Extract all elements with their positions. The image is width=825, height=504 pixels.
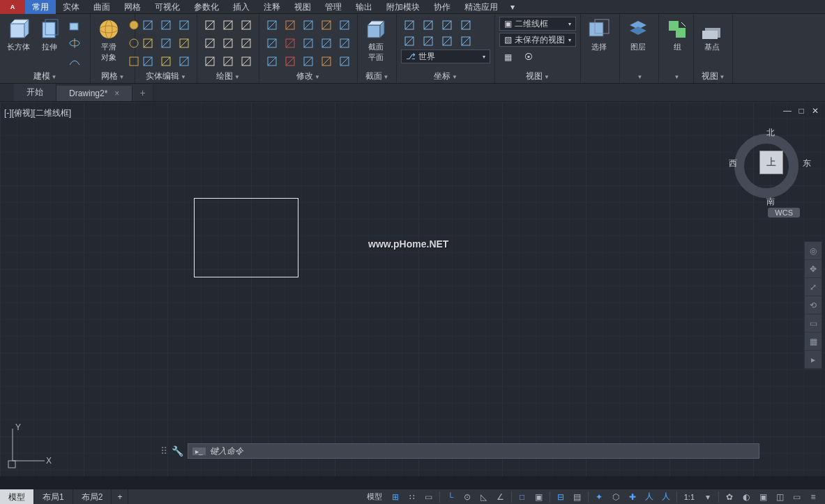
saved-view-select[interactable]: ▧未保存的视图▾ bbox=[499, 33, 576, 47]
filter-toggle-icon[interactable]: 人 bbox=[658, 490, 674, 504]
menu-3[interactable]: 网格 bbox=[117, 0, 148, 14]
visual-style-select[interactable]: ▣二维线框▾ bbox=[499, 17, 576, 31]
modify-tool-3[interactable] bbox=[318, 17, 335, 33]
modify-tool-7[interactable] bbox=[300, 35, 317, 52]
solidedit-tool-4[interactable] bbox=[158, 35, 174, 52]
base-button[interactable]: 基点 bbox=[698, 17, 726, 70]
iso-view-icon[interactable]: ◫ bbox=[772, 490, 787, 504]
layout2-tab[interactable]: 布局2 bbox=[73, 489, 112, 505]
pan-icon[interactable]: ✥ bbox=[805, 260, 822, 278]
solidedit-tool-2[interactable] bbox=[176, 17, 192, 33]
close-icon[interactable]: × bbox=[114, 89, 119, 98]
box-button[interactable]: 长方体 bbox=[4, 17, 33, 70]
menu-5[interactable]: 参数化 bbox=[187, 0, 226, 14]
minimize-icon[interactable]: — bbox=[782, 106, 793, 116]
draw-tool-7[interactable] bbox=[220, 53, 236, 70]
panel-title-solidedit[interactable]: 实体编辑▼ bbox=[139, 70, 192, 83]
menu-7[interactable]: 注释 bbox=[257, 0, 287, 14]
drawn-rectangle[interactable] bbox=[194, 198, 298, 277]
panel-title-draw[interactable]: 绘图▼ bbox=[202, 70, 255, 83]
draw-tool-3[interactable] bbox=[202, 35, 218, 52]
solidedit-tool-3[interactable] bbox=[139, 35, 156, 52]
panel-title-layer[interactable]: ▼ bbox=[624, 70, 654, 83]
maximize-icon[interactable]: □ bbox=[796, 106, 807, 116]
lwt-icon[interactable]: ⊟ bbox=[553, 490, 568, 504]
revolve-icon[interactable] bbox=[66, 35, 83, 52]
iso-icon[interactable]: ◺ bbox=[476, 490, 492, 504]
full-nav-wheel-icon[interactable]: ◎ bbox=[805, 242, 822, 260]
modify-tool-5[interactable] bbox=[264, 35, 280, 52]
coord-tool-1[interactable] bbox=[420, 17, 437, 33]
qc-icon[interactable]: 人 bbox=[642, 490, 657, 504]
tab-start[interactable]: 开始 bbox=[14, 84, 56, 101]
draw-tool-6[interactable] bbox=[202, 53, 218, 70]
tab-drawing[interactable]: Drawing2*× bbox=[56, 86, 133, 101]
view-label[interactable]: [-][俯视][二维线框] bbox=[4, 107, 71, 119]
snap-toggle-icon[interactable]: ∷ bbox=[404, 490, 420, 504]
orbit-icon[interactable]: ⟲ bbox=[805, 296, 822, 314]
modify-tool-1[interactable] bbox=[282, 17, 298, 33]
ws-icon[interactable]: ◐ bbox=[739, 490, 754, 504]
menu-0[interactable]: 常用 bbox=[25, 0, 56, 14]
modify-tool-11[interactable] bbox=[282, 53, 298, 70]
menu-6[interactable]: 插入 bbox=[226, 0, 257, 14]
cmd-handle-icon[interactable]: ⠿ bbox=[160, 445, 167, 457]
layer-button[interactable]: 图层 bbox=[624, 17, 652, 70]
panel-title-coord[interactable]: 坐标▼ bbox=[401, 70, 490, 83]
showmotion-icon[interactable]: ▭ bbox=[805, 314, 822, 333]
customize-icon[interactable]: ≡ bbox=[805, 490, 821, 504]
menu-1[interactable]: 实体 bbox=[56, 0, 86, 14]
annoscale-icon[interactable]: ✿ bbox=[722, 490, 737, 504]
canvas[interactable]: [-][俯视][二维线框] — □ ✕ www.pHome.NET 上 北 南 … bbox=[0, 102, 825, 476]
solidedit-tool-7[interactable] bbox=[158, 53, 174, 70]
coord-tool-5[interactable] bbox=[420, 33, 437, 49]
panel-title-modeling[interactable]: 建模▼ bbox=[4, 70, 86, 83]
viewcube-top[interactable]: 上 bbox=[759, 151, 783, 174]
menu-13[interactable]: 精选应用 bbox=[457, 0, 505, 14]
3dosnap-icon[interactable]: ▣ bbox=[531, 490, 547, 504]
coord-tool-3[interactable] bbox=[457, 17, 474, 33]
dyn-icon[interactable]: ✚ bbox=[625, 490, 640, 504]
menu-11[interactable]: 附加模块 bbox=[379, 0, 427, 14]
modify-tool-14[interactable] bbox=[336, 53, 353, 70]
modify-tool-6[interactable] bbox=[282, 35, 298, 52]
view-tool2-icon[interactable]: ⦿ bbox=[520, 49, 537, 66]
modify-tool-8[interactable] bbox=[318, 35, 335, 52]
menu-12[interactable]: 协作 bbox=[427, 0, 457, 14]
coord-tool-4[interactable] bbox=[401, 33, 418, 49]
grid-toggle-icon[interactable]: ⊞ bbox=[388, 490, 403, 504]
menu-9[interactable]: 管理 bbox=[318, 0, 349, 14]
panel-title-modify[interactable]: 修改▼ bbox=[264, 70, 353, 83]
panel-title-mesh[interactable]: 网格▼ bbox=[95, 70, 130, 83]
menu-10[interactable]: 输出 bbox=[349, 0, 379, 14]
status-model-label[interactable]: 模型 bbox=[363, 491, 386, 502]
panel-title-view[interactable]: 视图▼ bbox=[499, 70, 576, 83]
polar-icon[interactable]: ⊙ bbox=[460, 490, 475, 504]
cmd-customize-icon[interactable]: 🔧 bbox=[172, 445, 183, 457]
menu-4[interactable]: 可视化 bbox=[148, 0, 187, 14]
modify-tool-0[interactable] bbox=[264, 17, 280, 33]
modify-tool-13[interactable] bbox=[318, 53, 335, 70]
modify-tool-2[interactable] bbox=[300, 17, 317, 33]
draw-tool-1[interactable] bbox=[220, 17, 236, 33]
panel-title-section[interactable]: 截面▼ bbox=[362, 70, 392, 83]
nav-expand-icon[interactable]: ▸ bbox=[805, 351, 822, 369]
world-select[interactable]: ⎇世界▾ bbox=[401, 49, 490, 63]
draw-tool-5[interactable] bbox=[238, 35, 255, 52]
solidedit-tool-6[interactable] bbox=[139, 53, 156, 70]
layout-add[interactable]: + bbox=[112, 489, 128, 505]
panel-title-base[interactable]: 视图▼ bbox=[698, 70, 728, 83]
sweep-icon[interactable] bbox=[66, 53, 83, 70]
coord-tool-0[interactable] bbox=[401, 17, 418, 33]
extrude-button[interactable]: 拉伸 bbox=[36, 17, 63, 70]
otrack-icon[interactable]: ∠ bbox=[493, 490, 508, 504]
section-plane-button[interactable]: 截面 平面 bbox=[362, 17, 390, 70]
panel-title-group[interactable]: ▼ bbox=[663, 70, 689, 83]
app-icon[interactable]: A bbox=[0, 0, 25, 14]
infer-icon[interactable]: ▭ bbox=[421, 490, 437, 504]
modify-tool-12[interactable] bbox=[300, 53, 317, 70]
draw-tool-2[interactable] bbox=[238, 17, 255, 33]
modify-tool-9[interactable] bbox=[336, 35, 353, 52]
draw-tool-8[interactable] bbox=[238, 53, 255, 70]
sc-icon[interactable]: ⬡ bbox=[608, 490, 623, 504]
